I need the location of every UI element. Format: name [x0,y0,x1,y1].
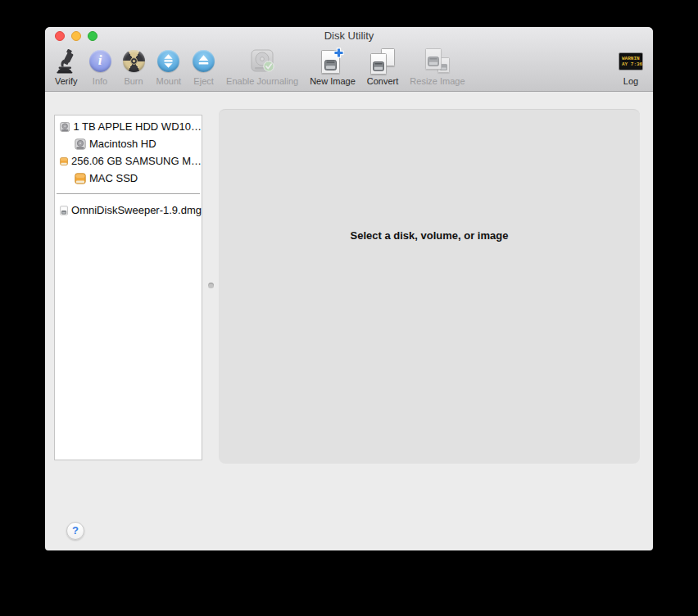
dmg-icon [60,205,68,216]
help-button[interactable]: ? [66,522,84,540]
toolbar-label: Eject [193,76,213,86]
journaling-drive-icon [250,47,275,75]
toolbar-button-convert[interactable]: Convert [367,47,399,86]
convert-icon [370,47,395,75]
device-list: 1 TB APPLE HDD WD10… Macintosh HD 256.06 [55,116,202,219]
microscope-icon [56,47,77,75]
window-header: Disk Utility [45,27,653,92]
sidebar-item-label: 1 TB APPLE HDD WD10… [73,120,202,133]
toolbar-button-resize-image[interactable]: Resize Image [410,47,465,86]
ssd-icon [60,156,68,167]
info-icon: i [89,47,111,75]
sidebar-item-label: OmniDiskSweeper-1.9.dmg [71,204,202,216]
eject-icon [193,47,215,75]
log-screen-line1: WARNIN [622,56,642,61]
hdd-icon [60,121,70,133]
sidebar-separator [57,193,200,194]
log-console-icon: WARNIN AY 7:36 [619,47,643,75]
toolbar-button-enable-journaling[interactable]: Enable Journaling [226,47,298,86]
traffic-lights [55,31,97,41]
sidebar-item-disk[interactable]: 256.06 GB SAMSUNG M… [55,152,202,170]
ssd-icon [75,173,86,184]
toolbar-button-new-image[interactable]: New Image [310,47,356,86]
resize-image-icon [425,47,450,75]
burn-icon [123,47,145,75]
titlebar[interactable]: Disk Utility [45,27,653,45]
desktop: { "window": { "title": "Disk Utility" },… [0,0,698,616]
toolbar-button-burn[interactable]: Burn [123,47,145,86]
log-screen-line2: AY 7:36 [622,61,642,67]
close-button[interactable] [55,31,65,41]
hdd-icon [75,138,86,150]
toolbar-label: Info [93,76,107,86]
sidebar-item-label: MAC SSD [89,172,138,184]
sidebar-item-label: Macintosh HD [89,138,156,150]
sidebar-item-volume[interactable]: Macintosh HD [55,135,202,152]
toolbar-label: Resize Image [410,76,465,86]
toolbar-button-verify[interactable]: Verify [55,47,78,86]
toolbar-label: Burn [124,76,143,86]
minimize-button[interactable] [71,31,81,41]
sidebar-item-disk-image[interactable]: OmniDiskSweeper-1.9.dmg [55,202,202,219]
toolbar-button-eject[interactable]: Eject [193,47,215,86]
splitter-handle[interactable] [208,283,214,288]
zoom-button[interactable] [88,31,97,41]
toolbar-label: Enable Journaling [226,76,298,86]
toolbar-button-info[interactable]: i Info [89,47,111,86]
main-panel: Select a disk, volume, or image [219,109,640,464]
toolbar-label: Verify [55,76,78,86]
sidebar-item-disk[interactable]: 1 TB APPLE HDD WD10… [55,118,202,135]
sidebar-item-label: 256.06 GB SAMSUNG M… [71,155,202,167]
toolbar: Verify i Info Burn [45,45,653,91]
window-title: Disk Utility [45,27,653,45]
device-sidebar: 1 TB APPLE HDD WD10… Macintosh HD 256.06 [54,115,202,460]
mount-icon [157,47,179,75]
toolbar-label: Mount [156,76,182,86]
toolbar-button-log[interactable]: WARNIN AY 7:36 Log [619,47,643,86]
empty-selection-message: Select a disk, volume, or image [219,229,640,242]
new-image-icon [321,47,344,75]
toolbar-label: Log [623,76,638,86]
disk-utility-window: Disk Utility [45,27,653,550]
toolbar-label: New Image [310,76,356,86]
sidebar-item-volume[interactable]: MAC SSD [55,170,202,187]
toolbar-button-mount[interactable]: Mount [156,47,182,86]
toolbar-label: Convert [367,76,399,86]
